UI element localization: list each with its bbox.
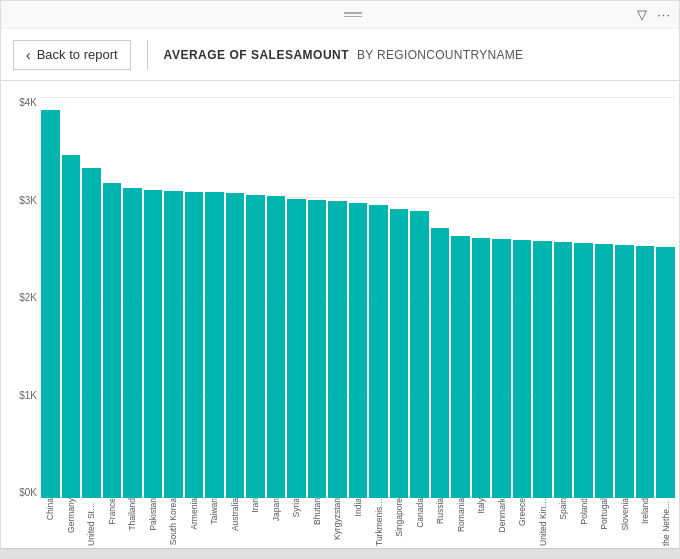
x-label-col: Iran xyxy=(246,498,265,513)
y-axis: $4K$3K$2K$1K$0K xyxy=(5,93,41,548)
bar[interactable] xyxy=(431,228,450,498)
x-label-col: India xyxy=(349,498,368,516)
bar-col xyxy=(369,97,388,498)
chart-title-main: AVERAGE OF SALESAMOUNT xyxy=(164,48,349,62)
bar[interactable] xyxy=(144,190,163,498)
bar-col xyxy=(62,97,81,498)
x-label-col: Pakistan xyxy=(144,498,163,531)
bar-col xyxy=(656,97,675,498)
bar[interactable] xyxy=(308,200,327,498)
bar[interactable] xyxy=(226,193,245,498)
bar[interactable] xyxy=(82,168,101,498)
x-axis-label: Taiwan xyxy=(209,498,219,524)
chart-title-sub: BY REGIONCOUNTRYNAME xyxy=(357,48,523,62)
header: ‹ Back to report AVERAGE OF SALESAMOUNT … xyxy=(1,29,679,81)
bar-col xyxy=(636,97,655,498)
back-to-report-button[interactable]: ‹ Back to report xyxy=(13,40,131,70)
x-label-col: Russia xyxy=(431,498,450,524)
y-axis-label: $0K xyxy=(19,487,41,498)
x-label-col: Singapore xyxy=(390,498,409,537)
drag-handle[interactable] xyxy=(344,12,362,17)
bar[interactable] xyxy=(369,205,388,498)
bar[interactable] xyxy=(103,183,122,498)
x-label-col: Thailand xyxy=(123,498,142,531)
bar-col xyxy=(308,97,327,498)
bar[interactable] xyxy=(410,211,429,498)
x-label-col: France xyxy=(103,498,122,524)
bar[interactable] xyxy=(472,238,491,498)
bar-col xyxy=(554,97,573,498)
x-axis-label: United States xyxy=(86,498,96,546)
x-label-col: Ireland xyxy=(636,498,655,524)
x-label-col: Armenia xyxy=(185,498,204,530)
x-label-col: Greece xyxy=(513,498,532,526)
bar[interactable] xyxy=(533,241,552,498)
drag-handle-area xyxy=(344,12,362,17)
x-axis-label: Portugal xyxy=(599,498,609,530)
bar-col xyxy=(328,97,347,498)
bar-col xyxy=(82,97,101,498)
x-axis-label: China xyxy=(45,498,55,520)
bar[interactable] xyxy=(574,243,593,498)
bar[interactable] xyxy=(246,195,265,498)
x-label-col: Turkmenistan xyxy=(369,498,388,546)
bar[interactable] xyxy=(62,155,81,498)
bar-col xyxy=(287,97,306,498)
main-container: ▽ ··· ‹ Back to report AVERAGE OF SALESA… xyxy=(0,0,680,559)
top-bar-icons: ▽ ··· xyxy=(637,7,671,22)
chart-inner: ChinaGermanyUnited StatesFranceThailandP… xyxy=(41,93,675,548)
bar-col xyxy=(267,97,286,498)
header-divider xyxy=(147,40,148,70)
bar-col xyxy=(472,97,491,498)
bottom-scrollbar[interactable] xyxy=(1,548,679,558)
bar[interactable] xyxy=(636,246,655,498)
x-label-col: China xyxy=(41,498,60,520)
bar[interactable] xyxy=(123,188,142,498)
x-axis-label: Poland xyxy=(579,498,589,524)
filter-icon[interactable]: ▽ xyxy=(637,7,647,22)
x-label-col: South Korea xyxy=(164,498,183,545)
x-axis-label: Armenia xyxy=(189,498,199,530)
bar[interactable] xyxy=(656,247,675,498)
bar-col xyxy=(390,97,409,498)
x-label-col: United States xyxy=(82,498,101,546)
y-axis-label: $4K xyxy=(19,97,41,108)
x-label-col: Taiwan xyxy=(205,498,224,524)
bar[interactable] xyxy=(267,196,286,498)
bar-col xyxy=(103,97,122,498)
bar-col xyxy=(595,97,614,498)
x-axis-label: Pakistan xyxy=(148,498,158,531)
x-axis-label: Japan xyxy=(271,498,281,521)
x-axis-label: France xyxy=(107,498,117,524)
x-label-col: Syria xyxy=(287,498,306,517)
y-axis-label: $1K xyxy=(19,390,41,401)
x-label-col: the Netherlands xyxy=(656,498,675,546)
bar[interactable] xyxy=(451,236,470,498)
x-axis-label: Russia xyxy=(435,498,445,524)
bar[interactable] xyxy=(164,191,183,498)
top-bar: ▽ ··· xyxy=(1,1,679,29)
x-axis-label: Denmark xyxy=(497,498,507,532)
bar[interactable] xyxy=(554,242,573,498)
bar-col xyxy=(205,97,224,498)
bar[interactable] xyxy=(41,110,60,498)
x-axis-label: Germany xyxy=(66,498,76,533)
bar-col xyxy=(513,97,532,498)
bar[interactable] xyxy=(287,199,306,498)
bar[interactable] xyxy=(205,192,224,498)
bar[interactable] xyxy=(492,239,511,498)
x-axis-label: Australia xyxy=(230,498,240,531)
bar[interactable] xyxy=(513,240,532,498)
x-axis-label: Singapore xyxy=(394,498,404,537)
bar[interactable] xyxy=(595,244,614,498)
x-label-col: Germany xyxy=(62,498,81,533)
bar[interactable] xyxy=(328,201,347,498)
x-label-col: Poland xyxy=(574,498,593,524)
x-label-col: Bhutan xyxy=(308,498,327,525)
bar[interactable] xyxy=(390,209,409,498)
bar[interactable] xyxy=(185,192,204,498)
more-options-icon[interactable]: ··· xyxy=(657,7,671,22)
x-axis-label: Slovenia xyxy=(620,498,630,531)
bar[interactable] xyxy=(349,203,368,498)
bar[interactable] xyxy=(615,245,634,498)
